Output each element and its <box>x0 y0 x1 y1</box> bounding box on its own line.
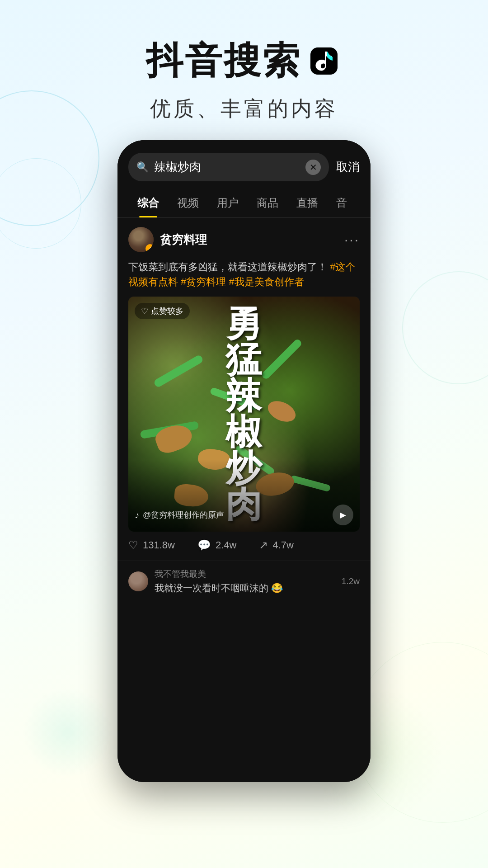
shares-count: 4.7w <box>272 539 293 551</box>
post-stats: ♡ 131.8w 💬 2.4w ↗ 4.7w <box>128 532 360 552</box>
tab-音[interactable]: 音 <box>327 189 356 217</box>
phone-screen: 🔍 辣椒炒肉 ✕ 取消 综合 视频 用户 商品 <box>117 140 371 782</box>
tiktok-logo-icon <box>306 43 342 79</box>
comment-stat-icon: 💬 <box>197 539 211 552</box>
likes-stat[interactable]: ♡ 131.8w <box>128 539 175 552</box>
more-options-button[interactable]: ··· <box>344 232 360 247</box>
cancel-search-button[interactable]: 取消 <box>336 159 360 175</box>
shares-stat[interactable]: ↗ 4.7w <box>259 539 293 552</box>
play-button[interactable]: ▶ <box>333 505 353 525</box>
comment-content: 我不管我最美 我就没一次看时不咽唾沫的 😂 <box>155 568 335 594</box>
author-info[interactable]: ✓ 贫穷料理 <box>128 227 207 252</box>
search-bar-container: 🔍 辣椒炒肉 ✕ 取消 <box>117 140 371 189</box>
main-title: 抖音搜索 <box>0 36 488 86</box>
avatar: ✓ <box>128 227 154 252</box>
clear-search-button[interactable]: ✕ <box>305 160 321 175</box>
audio-info: ♪ @贫穷料理创作的原声 <box>135 509 224 520</box>
tab-用户[interactable]: 用户 <box>208 189 248 217</box>
tab-综合[interactable]: 综合 <box>128 189 168 217</box>
post-text: 下饭菜到底有多凶猛，就看这道辣椒炒肉了！ #这个视频有点料 #贫穷料理 #我是美… <box>128 259 360 289</box>
search-input-wrap[interactable]: 🔍 辣椒炒肉 ✕ <box>128 153 329 181</box>
likes-count: 131.8w <box>143 539 175 551</box>
comments-stat[interactable]: 💬 2.4w <box>197 539 236 552</box>
comment-item: 我不管我最美 我就没一次看时不咽唾沫的 😂 1.2w <box>128 561 360 602</box>
comment-count: 1.2w <box>342 576 360 586</box>
subtitle-text: 优质、丰富的内容 <box>0 95 488 123</box>
phone-outer-frame: 🔍 辣椒炒肉 ✕ 取消 综合 视频 用户 商品 <box>117 140 371 782</box>
header-section: 抖音搜索 优质、丰富的内容 <box>0 0 488 123</box>
username-label: 贫穷料理 <box>160 232 207 248</box>
comment-text: 我就没一次看时不咽唾沫的 😂 <box>155 582 335 594</box>
comment-avatar <box>128 571 148 591</box>
tab-商品[interactable]: 商品 <box>248 189 287 217</box>
search-query-text: 辣椒炒肉 <box>154 159 300 175</box>
verified-badge: ✓ <box>145 244 154 252</box>
post-card: ✓ 贫穷料理 ··· 下饭菜到底有多凶猛，就看这道辣椒炒肉了！ #这个视频有点料… <box>117 218 371 561</box>
video-thumbnail[interactable]: ♡ 点赞较多 勇猛辣椒炒肉 ♪ @贫穷料理创作的原声 <box>128 297 360 532</box>
comment-username: 我不管我最美 <box>155 568 335 580</box>
bg-decoration-circle-3 <box>402 271 488 384</box>
comments-count: 2.4w <box>216 539 236 551</box>
tab-直播[interactable]: 直播 <box>287 189 327 217</box>
title-text: 抖音搜索 <box>146 36 301 86</box>
tiktok-small-icon: ♪ <box>135 510 139 520</box>
share-stat-icon: ↗ <box>259 539 268 552</box>
tab-视频[interactable]: 视频 <box>168 189 208 217</box>
bg-blob-1 <box>23 687 113 778</box>
video-bottom-info: ♪ @贫穷料理创作的原声 ▶ <box>135 505 353 525</box>
heart-stat-icon: ♡ <box>128 539 138 552</box>
audio-text: @贫穷料理创作的原声 <box>143 509 224 520</box>
comment-preview-section: 我不管我最美 我就没一次看时不咽唾沫的 😂 1.2w <box>117 561 371 602</box>
search-icon: 🔍 <box>136 161 149 173</box>
phone-mockup: 🔍 辣椒炒肉 ✕ 取消 综合 视频 用户 商品 <box>117 140 371 827</box>
post-header: ✓ 贫穷料理 ··· <box>128 227 360 252</box>
search-tabs: 综合 视频 用户 商品 直播 音 <box>117 189 371 218</box>
